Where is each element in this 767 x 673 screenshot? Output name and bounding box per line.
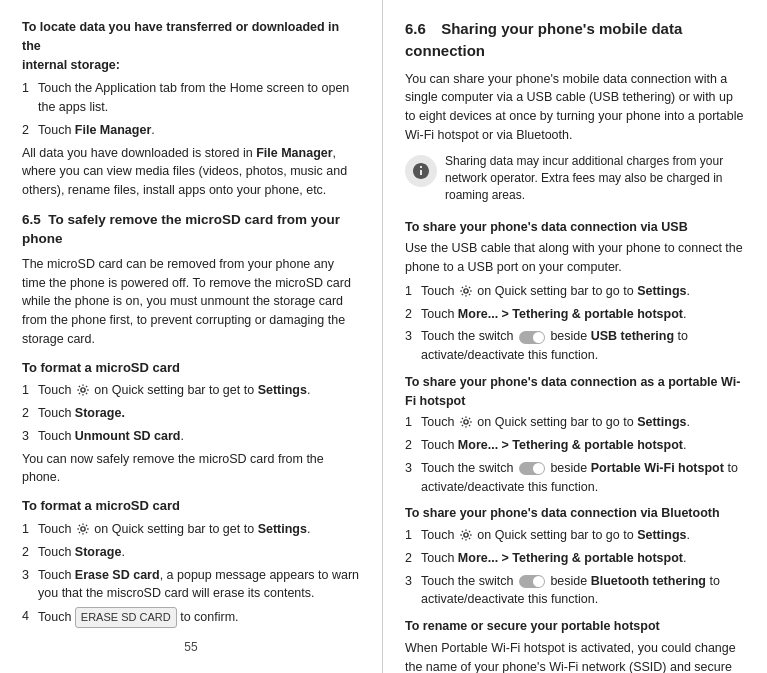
right-page: 6.6 Sharing your phone's mobile data con…: [383, 0, 766, 673]
gear-icon: [76, 383, 90, 397]
step-1: 1 Touch the Application tab from the Hom…: [22, 79, 360, 117]
info-icon: [405, 155, 437, 187]
rename-body: When Portable Wi-Fi hotspot is activated…: [405, 639, 744, 673]
fb-step-3: 3 Touch Erase SD card, a popup message a…: [22, 566, 360, 604]
left-page: To locate data you have transferred or d…: [0, 0, 383, 673]
fb-step-2: 2 Touch Storage.: [22, 543, 360, 562]
section-66-intro: You can share your phone's mobile data c…: [405, 70, 744, 145]
svg-point-4: [464, 533, 468, 537]
section-65-title: 6.5 To safely remove the microSD card fr…: [22, 210, 360, 249]
switch-icon-wifi: [519, 462, 545, 475]
gear-icon-4: [459, 415, 473, 429]
intro-text: To locate data you have transferred or d…: [22, 18, 360, 74]
usb-step-2: 2 Touch More... > Tethering & portable h…: [405, 305, 744, 324]
bt-step-2: 2 Touch More... > Tethering & portable h…: [405, 549, 744, 568]
svg-point-2: [464, 289, 468, 293]
bt-step-3: 3 Touch the switch beside Bluetooth teth…: [405, 572, 744, 610]
file-manager-para: All data you have downloaded is stored i…: [22, 144, 360, 200]
fa-step-3: 3 Touch Unmount SD card.: [22, 427, 360, 446]
fa-step-1: 1 Touch on Quick setting bar to get to S…: [22, 381, 360, 400]
usb-body: Use the USB cable that along with your p…: [405, 239, 744, 277]
svg-point-3: [464, 420, 468, 424]
usb-step-1: 1 Touch on Quick setting bar to go to Se…: [405, 282, 744, 301]
wifi-title: To share your phone's data connection as…: [405, 373, 744, 411]
section-65-body: The microSD card can be removed from you…: [22, 255, 360, 349]
erase-sd-card-button[interactable]: ERASE SD CARD: [75, 607, 177, 628]
wifi-step-3: 3 Touch the switch beside Portable Wi-Fi…: [405, 459, 744, 497]
info-box: Sharing data may incur additional charge…: [405, 153, 744, 210]
fb-step-4: 4 Touch ERASE SD CARD to confirm.: [22, 607, 360, 628]
usb-step-3: 3 Touch the switch beside USB tethering …: [405, 327, 744, 365]
rename-title: To rename or secure your portable hotspo…: [405, 617, 744, 636]
dollar-icon: [411, 161, 431, 181]
fa-note: You can now safely remove the microSD ca…: [22, 450, 360, 488]
switch-icon-usb: [519, 331, 545, 344]
svg-point-1: [81, 527, 85, 531]
bt-step-1: 1 Touch on Quick setting bar to go to Se…: [405, 526, 744, 545]
fa-step-2: 2 Touch Storage.: [22, 404, 360, 423]
wifi-step-1: 1 Touch on Quick setting bar to go to Se…: [405, 413, 744, 432]
gear-icon-3: [459, 284, 473, 298]
gear-icon-2: [76, 522, 90, 536]
step-2: 2 Touch File Manager.: [22, 121, 360, 140]
bt-title: To share your phone's data connection vi…: [405, 504, 744, 523]
fb-step-1: 1 Touch on Quick setting bar to get to S…: [22, 520, 360, 539]
via-usb-title: To share your phone's data connection vi…: [405, 218, 744, 237]
wifi-step-2: 2 Touch More... > Tethering & portable h…: [405, 436, 744, 455]
left-page-number: 55: [22, 638, 360, 656]
section-66-header: 6.6 Sharing your phone's mobile data con…: [405, 18, 744, 62]
switch-icon-bt: [519, 575, 545, 588]
format-a-title: To format a microSD card: [22, 359, 360, 378]
format-b-title: To format a microSD card: [22, 497, 360, 516]
gear-icon-5: [459, 528, 473, 542]
info-box-text: Sharing data may incur additional charge…: [445, 153, 744, 205]
svg-point-0: [81, 388, 85, 392]
